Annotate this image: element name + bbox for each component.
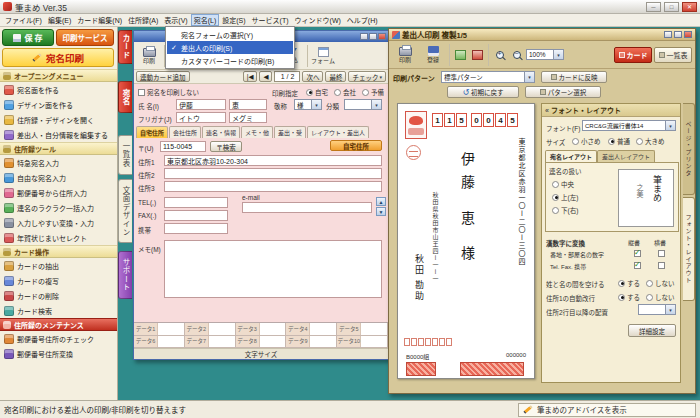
sidebar-item-zip-convert[interactable]: 郵便番号住所変換 (0, 346, 117, 361)
tab-atena-layout[interactable]: 宛名レイアウト (545, 150, 597, 162)
addr1-input[interactable]: 東京都北区赤羽10-20-304 (164, 155, 382, 166)
list-view-button[interactable]: 一覧表 (654, 47, 692, 63)
email-input[interactable] (242, 202, 372, 213)
menu-address-book[interactable]: 住所録(A) (125, 14, 161, 26)
zoom-select[interactable]: 100% (526, 49, 564, 60)
sender-register-button[interactable]: 登録 (420, 42, 446, 67)
menu-card-edit[interactable]: カード編集(N) (74, 14, 125, 26)
maximize-button[interactable]: □ (664, 2, 679, 12)
menu-atena[interactable]: 宛名(L) (191, 14, 220, 26)
tab-list[interactable]: 一覧表 (118, 135, 132, 175)
sidebar-item-free-input[interactable]: 自由な宛名入力 (0, 170, 117, 185)
sidebar-item-zip-address-input[interactable]: 郵便番号から住所入力 (0, 185, 117, 200)
memo-textarea[interactable] (164, 240, 382, 298)
data-field-cell[interactable]: データ3 (236, 323, 287, 336)
menu-help[interactable]: ヘルプ(H) (344, 14, 381, 26)
sidebar-item-card-search[interactable]: カード検索 (0, 303, 117, 318)
data-field-value[interactable] (209, 336, 235, 348)
data-field-cell[interactable]: データ7 (185, 336, 236, 349)
radio-wrap-yes[interactable]: する (618, 292, 640, 302)
menu-service[interactable]: サービス(T) (249, 14, 292, 26)
font-select[interactable]: CRC&G流麗行書体14 (582, 120, 676, 131)
first-kana-input[interactable]: メグミ (229, 112, 267, 123)
font-size-bar[interactable]: 文字サイズ (134, 348, 388, 359)
radio-joint-bottom[interactable]: 下(右) (552, 205, 578, 215)
linked-card-add-button[interactable]: 連動カード追加 (136, 71, 190, 82)
scroll-down-button[interactable]: ▼ (376, 207, 386, 216)
close-button[interactable]: ✕ (682, 2, 697, 12)
next-card-button[interactable]: 次へ (302, 71, 323, 82)
data-field-cell[interactable]: データ6 (134, 336, 185, 349)
sender-print-button[interactable]: 印刷 (392, 42, 418, 67)
addr2-input[interactable] (164, 168, 382, 179)
data-field-cell[interactable]: データ8 (236, 336, 287, 349)
data-field-cell[interactable]: データ10 (337, 336, 388, 349)
zip-search-button[interactable]: 〒検索 (210, 141, 242, 152)
data-field-cell[interactable]: データ5 (337, 323, 388, 336)
menu-item-atena-form-select[interactable]: 宛名フォームの選択(Y) (167, 28, 293, 41)
mobile-input[interactable] (164, 223, 228, 234)
checkbox-addr-horizontal[interactable] (658, 250, 665, 257)
data-field-value[interactable] (158, 323, 184, 335)
radio-size-normal[interactable]: 普通 (608, 136, 630, 146)
tab-joint-info[interactable]: 連名・情報 (202, 126, 240, 138)
data-field-value[interactable] (260, 323, 286, 335)
fax-input[interactable] (164, 210, 228, 221)
minimize-button[interactable]: ─ (646, 2, 661, 12)
tab-page-printer[interactable]: ページ・プリンタ (683, 103, 695, 195)
atena-print-button[interactable]: 宛名印刷 (2, 48, 114, 67)
save-button[interactable]: 保 存 (2, 29, 54, 46)
reset-button[interactable]: ↺初期に戻す (447, 86, 519, 98)
menu-item-sender-print[interactable]: ✓ 差出人の印刷(S) (167, 41, 293, 54)
menu-item-customer-barcode[interactable]: カスタマバーコードの印刷(B) (167, 54, 293, 67)
pattern-select-button[interactable]: パターン選択 (525, 86, 601, 98)
sidebar-item-open-addressbook[interactable]: 住所録・デザインを開く (0, 112, 117, 127)
tel-input[interactable] (164, 197, 228, 208)
tab-design[interactable]: 文面デザイン (118, 179, 132, 243)
tab-layout-sender[interactable]: レイアウト・差出人 (307, 126, 369, 138)
radio-print-spare[interactable]: 予備 (362, 87, 384, 97)
zoom-out-button[interactable] (509, 45, 524, 65)
sidebar-item-make-atena[interactable]: 宛名面を作る (0, 82, 117, 97)
card-close-button[interactable] (378, 33, 386, 40)
data-field-cell[interactable]: データ1 (134, 323, 185, 336)
first-card-button[interactable]: |◀ (243, 71, 258, 82)
sender-minimize-button[interactable] (664, 31, 672, 38)
tab-office-address[interactable]: 会社住所 (169, 126, 201, 138)
tab-sender-layout[interactable]: 差出人レイアウト (597, 150, 655, 162)
tab-font-layout[interactable]: フォント・レイアウト (683, 197, 695, 301)
scroll-up-button[interactable]: ▲ (376, 197, 386, 206)
zip-input[interactable]: 115-0045 (160, 141, 206, 152)
decoration-button[interactable] (453, 45, 468, 65)
prev-card-button[interactable]: ◀ (259, 71, 272, 82)
data-field-cell[interactable]: データ2 (185, 323, 236, 336)
data-field-value[interactable] (158, 336, 184, 348)
data-field-value[interactable] (310, 323, 336, 335)
sidebar-item-easy-conversion[interactable]: 入力しやすい変換・入力 (0, 215, 117, 230)
radio-size-small[interactable]: 小さめ (572, 136, 601, 146)
advice-button[interactable]: 筆まめのアドバイスを表示 (518, 403, 696, 417)
sidebar-item-express-input[interactable]: 特急宛名入力 (0, 155, 117, 170)
no-print-checkbox[interactable]: 宛名を印刷しない (138, 87, 199, 97)
menu-view[interactable]: 表示(V) (161, 14, 190, 26)
sender-close-button[interactable] (684, 31, 692, 38)
data-field-value[interactable] (260, 336, 286, 348)
card-view-button[interactable]: カード (614, 47, 652, 63)
address-type-button[interactable]: 自宅住所 (330, 140, 382, 151)
data-field-cell[interactable]: データ4 (286, 323, 337, 336)
category-select[interactable] (344, 99, 382, 110)
radio-print-home[interactable]: 自宅 (306, 87, 328, 97)
postcard-preview[interactable]: 1 1 5 0 0 4 5 東京都北区赤羽一〇ー二〇ー三〇四 伊藤 恵 様 秋田… (397, 103, 535, 379)
first-name-input[interactable]: 恵 (229, 99, 267, 110)
last-name-input[interactable]: 伊藤 (176, 99, 226, 110)
form-button[interactable]: フォーム (310, 43, 336, 68)
print-button[interactable]: 印刷 (136, 43, 162, 68)
card-minimize-button[interactable] (360, 33, 368, 40)
detail-settings-button[interactable]: 詳細設定 (628, 324, 676, 337)
checkbox-tel-horizontal[interactable] (658, 262, 665, 269)
check-button[interactable]: チェック▾ (348, 71, 386, 82)
card-maximize-button[interactable] (369, 33, 377, 40)
radio-space-yes[interactable]: する (618, 278, 640, 288)
tab-memo[interactable]: メモ・他 (241, 126, 273, 138)
sidebar-item-joint-batch-input[interactable]: 連名のラクラク一括入力 (0, 200, 117, 215)
